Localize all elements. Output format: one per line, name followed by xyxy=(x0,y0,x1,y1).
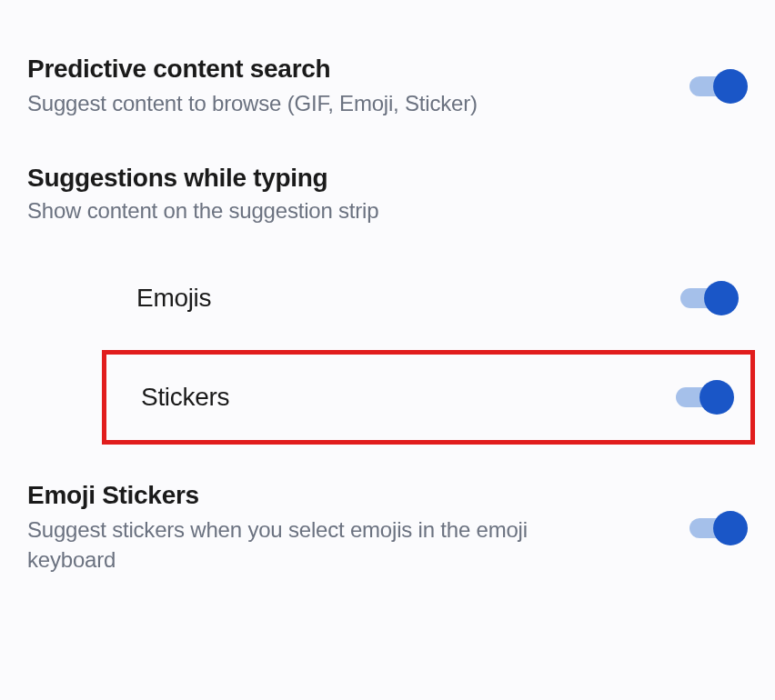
predictive-content-title: Predictive content search xyxy=(27,55,619,84)
settings-container: Predictive content search Suggest conten… xyxy=(0,0,775,584)
emoji-stickers-row[interactable]: Emoji Stickers Suggest stickers when you… xyxy=(27,472,748,584)
emojis-row[interactable]: Emojis xyxy=(27,255,748,341)
toggle-thumb xyxy=(700,380,734,415)
emojis-toggle[interactable] xyxy=(680,281,739,315)
emoji-stickers-title: Emoji Stickers xyxy=(27,481,619,510)
suggestions-title: Suggestions while typing xyxy=(27,164,748,193)
predictive-content-subtitle: Suggest content to browse (GIF, Emoji, S… xyxy=(27,89,619,118)
stickers-label: Stickers xyxy=(141,383,229,412)
emoji-stickers-toggle[interactable] xyxy=(689,511,748,545)
suggestions-while-typing-header: Suggestions while typing Show content on… xyxy=(27,164,748,224)
toggle-thumb xyxy=(704,281,739,315)
predictive-content-search-row[interactable]: Predictive content search Suggest conten… xyxy=(27,45,748,127)
emoji-stickers-text: Emoji Stickers Suggest stickers when you… xyxy=(27,481,619,575)
emojis-label: Emojis xyxy=(136,284,211,313)
stickers-highlight-box: Stickers xyxy=(102,350,755,445)
suggestions-subtitle: Show content on the suggestion strip xyxy=(27,198,748,224)
predictive-content-text: Predictive content search Suggest conten… xyxy=(27,55,619,118)
stickers-row[interactable]: Stickers xyxy=(106,355,750,440)
predictive-content-toggle[interactable] xyxy=(689,69,748,104)
toggle-thumb xyxy=(713,511,748,545)
emoji-stickers-subtitle: Suggest stickers when you select emojis … xyxy=(27,515,619,575)
toggle-thumb xyxy=(713,69,748,104)
stickers-toggle[interactable] xyxy=(676,380,734,415)
